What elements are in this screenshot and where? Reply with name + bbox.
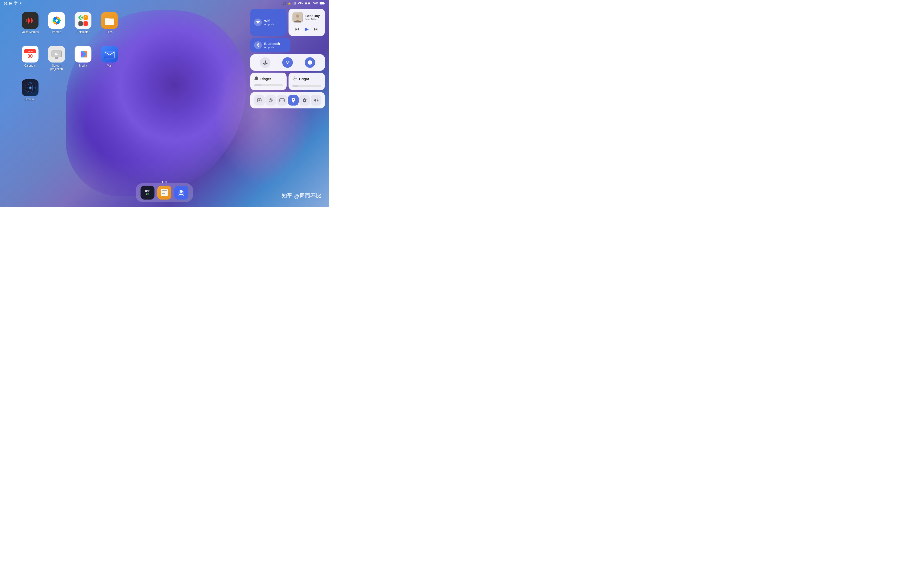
media-tile-spacer bbox=[292, 38, 325, 52]
cc-row-1: Wifi Air pods Best Day Mac Miller bbox=[250, 9, 325, 36]
media-next-button[interactable]: ⏭ bbox=[313, 26, 320, 33]
app-media[interactable]: Media bbox=[72, 46, 94, 74]
ringer-header: Ringer bbox=[254, 76, 283, 82]
svg-line-64 bbox=[293, 77, 294, 77]
media-artist: Mac Miller bbox=[305, 18, 320, 21]
cc-bottom-icons bbox=[250, 92, 325, 108]
voice-memos-label: Voice Memos bbox=[21, 30, 39, 34]
battery-icon bbox=[320, 2, 325, 5]
screen-projection-icon bbox=[48, 46, 65, 63]
svg-point-54 bbox=[180, 190, 183, 193]
files-icon bbox=[101, 12, 118, 29]
svg-point-57 bbox=[287, 63, 288, 64]
media-info: Best Day Mac Miller bbox=[305, 14, 320, 21]
app-calculator[interactable]: C ÷ + − Calculator bbox=[72, 12, 94, 41]
clock-min: 28 bbox=[146, 193, 149, 196]
cc-row-2: Bluetooth Air pods bbox=[250, 38, 325, 52]
wifi-tile-icon bbox=[254, 19, 262, 26]
lock-rotation-button[interactable] bbox=[265, 95, 276, 106]
ringer-track[interactable] bbox=[254, 84, 283, 86]
mail-label: Mail bbox=[107, 64, 112, 67]
page-dot-1 bbox=[162, 181, 163, 183]
bright-track[interactable] bbox=[292, 85, 321, 87]
settings-button[interactable] bbox=[299, 95, 310, 106]
page-dot-2 bbox=[165, 181, 167, 183]
battery-level: 100% bbox=[311, 2, 318, 5]
media-top: Best Day Mac Miller bbox=[292, 12, 321, 23]
ringer-icon bbox=[254, 76, 258, 82]
svg-rect-10 bbox=[31, 18, 32, 23]
app-files[interactable]: Files bbox=[99, 12, 120, 41]
app-voice-memos[interactable]: Voice Memos bbox=[19, 12, 41, 41]
ringer-tile: Ringer bbox=[250, 73, 287, 90]
svg-rect-1 bbox=[294, 3, 294, 5]
svg-text:C: C bbox=[80, 16, 82, 19]
bright-fill bbox=[292, 85, 298, 87]
svg-rect-0 bbox=[292, 3, 293, 5]
airplane-mode-toggle[interactable] bbox=[260, 57, 270, 68]
status-right: 🎧 🔒 VPN ⊞ ⊟ 100% bbox=[283, 2, 325, 5]
svg-rect-3 bbox=[296, 2, 296, 5]
media-play-button[interactable]: ▶ bbox=[303, 26, 310, 33]
media-song: Best Day bbox=[305, 14, 320, 18]
location-button[interactable] bbox=[288, 95, 299, 106]
app-browser[interactable]: Browser bbox=[19, 79, 41, 108]
dock-clock[interactable]: 09: 28 bbox=[141, 185, 155, 200]
do-not-disturb-toggle[interactable] bbox=[305, 57, 315, 68]
svg-rect-49 bbox=[161, 189, 168, 196]
svg-point-18 bbox=[55, 19, 58, 22]
svg-line-65 bbox=[296, 79, 296, 80]
page-indicators bbox=[162, 181, 167, 183]
status-time: 09:30 bbox=[4, 2, 12, 5]
media-tile: Best Day Mac Miller ⏮ ▶ ⏭ bbox=[289, 9, 325, 36]
ringer-fill bbox=[254, 84, 261, 86]
calendar-label: Calendar bbox=[24, 64, 36, 67]
svg-line-66 bbox=[296, 77, 296, 77]
files-label: Files bbox=[107, 30, 112, 34]
mail-icon bbox=[101, 46, 118, 63]
svg-text:+: + bbox=[80, 21, 82, 26]
wifi-subtitle: Air pods bbox=[264, 23, 274, 26]
svg-point-48 bbox=[29, 87, 31, 89]
bluetooth-subtitle: Air pods bbox=[264, 46, 280, 48]
hotspot-toggle[interactable] bbox=[282, 57, 293, 68]
bluetooth-tile-text: Bluetooth Air pods bbox=[264, 42, 280, 48]
svg-point-56 bbox=[296, 15, 299, 18]
bright-icon bbox=[292, 76, 297, 82]
focus-button[interactable] bbox=[254, 95, 265, 106]
app-calendar[interactable]: MON 30 Calendar bbox=[19, 46, 41, 74]
app-photos[interactable]: Photos bbox=[46, 12, 67, 41]
browser-icon bbox=[22, 79, 39, 96]
screen-projection-label: Screen projection bbox=[46, 64, 67, 71]
photos-label: Photos bbox=[52, 30, 61, 34]
bluetooth-tile[interactable]: Bluetooth Air pods bbox=[250, 38, 291, 52]
svg-rect-29 bbox=[105, 18, 110, 20]
vpn-label: VPN bbox=[298, 2, 304, 5]
watermark: 知乎 @周而不比 bbox=[281, 192, 321, 200]
app-screen-projection[interactable]: Screen projection bbox=[46, 46, 67, 74]
browser-label: Browser bbox=[25, 98, 36, 101]
dock-notes[interactable] bbox=[157, 185, 171, 200]
screen-mirror-button[interactable] bbox=[277, 95, 287, 106]
svg-rect-52 bbox=[162, 193, 165, 194]
app-mail[interactable]: Mail bbox=[99, 46, 120, 74]
svg-rect-8 bbox=[28, 18, 29, 24]
media-controls: ⏮ ▶ ⏭ bbox=[292, 26, 321, 33]
svg-text:÷: ÷ bbox=[84, 15, 87, 20]
volume-button[interactable] bbox=[311, 95, 321, 106]
bluetooth-tile-icon bbox=[254, 41, 262, 49]
svg-rect-51 bbox=[162, 192, 167, 193]
lock-icon: 🔒 bbox=[288, 2, 291, 5]
dock-pingpong[interactable] bbox=[174, 185, 188, 200]
bright-tile: Bright bbox=[289, 73, 325, 90]
media-icon bbox=[74, 46, 91, 63]
svg-rect-2 bbox=[294, 2, 295, 5]
bright-header: Bright bbox=[292, 76, 321, 82]
svg-rect-9 bbox=[29, 19, 30, 22]
svg-point-59 bbox=[294, 77, 296, 79]
svg-text:−: − bbox=[84, 21, 87, 26]
svg-line-67 bbox=[293, 79, 294, 80]
svg-rect-5 bbox=[320, 2, 324, 4]
media-prev-button[interactable]: ⏮ bbox=[294, 26, 301, 33]
wifi-tile[interactable]: Wifi Air pods bbox=[250, 9, 287, 36]
